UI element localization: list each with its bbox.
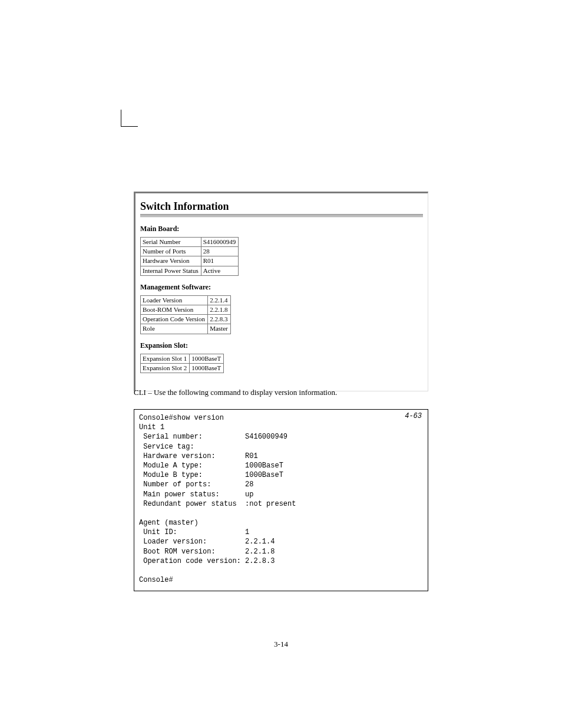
row-value: 1000BaseT	[190, 363, 224, 373]
row-label: Operation Code Version	[141, 315, 208, 324]
cli-page-ref: 4-63	[405, 412, 422, 420]
table-row: Internal Power Status Active	[141, 266, 239, 275]
row-label: Serial Number	[141, 238, 201, 247]
row-label: Number of Ports	[141, 247, 201, 256]
row-value: Master	[208, 324, 231, 334]
main-board-table: Serial Number S416000949 Number of Ports…	[140, 237, 239, 276]
switch-info-panel: Switch Information Main Board: Serial Nu…	[134, 192, 428, 391]
row-value: 1000BaseT	[190, 354, 224, 363]
main-board-heading: Main Board:	[140, 225, 423, 233]
expansion-slot-table: Expansion Slot 1 1000BaseT Expansion Slo…	[140, 354, 224, 373]
row-value: 2.2.8.3	[208, 315, 231, 324]
mgmt-software-table: Loader Version 2.2.1.4 Boot-ROM Version …	[140, 295, 231, 334]
row-value: Active	[201, 266, 239, 275]
expansion-slot-heading: Expansion Slot:	[140, 341, 423, 350]
table-row: Expansion Slot 2 1000BaseT	[141, 363, 224, 373]
divider	[140, 214, 423, 218]
table-row: Hardware Version R01	[141, 256, 239, 266]
row-value: 2.2.1.8	[208, 305, 231, 314]
table-row: Operation Code Version 2.2.8.3	[141, 315, 231, 324]
row-label: Role	[141, 324, 208, 334]
row-label: Boot-ROM Version	[141, 305, 208, 314]
mgmt-software-heading: Management Software:	[140, 283, 423, 292]
row-label: Loader Version	[141, 295, 208, 305]
cli-output-text: Console#show version Unit 1 Serial numbe…	[139, 413, 423, 585]
cli-output-box: 4-63 Console#show version Unit 1 Serial …	[134, 409, 428, 591]
row-value: S416000949	[201, 238, 239, 247]
crop-mark	[121, 110, 138, 127]
row-value: 28	[201, 247, 239, 256]
table-row: Boot-ROM Version 2.2.1.8	[141, 305, 231, 314]
row-label: Expansion Slot 1	[141, 354, 190, 363]
table-row: Loader Version 2.2.1.4	[141, 295, 231, 305]
table-row: Serial Number S416000949	[141, 238, 239, 247]
row-label: Hardware Version	[141, 256, 201, 266]
page-number: 3-14	[0, 640, 562, 649]
table-row: Number of Ports 28	[141, 247, 239, 256]
row-value: 2.2.1.4	[208, 295, 231, 305]
cli-intro-text: CLI – Use the following command to displ…	[134, 388, 428, 397]
row-label: Internal Power Status	[141, 266, 201, 275]
row-value: R01	[201, 256, 239, 266]
panel-title: Switch Information	[140, 200, 423, 213]
table-row: Role Master	[141, 324, 231, 334]
table-row: Expansion Slot 1 1000BaseT	[141, 354, 224, 363]
row-label: Expansion Slot 2	[141, 363, 190, 373]
